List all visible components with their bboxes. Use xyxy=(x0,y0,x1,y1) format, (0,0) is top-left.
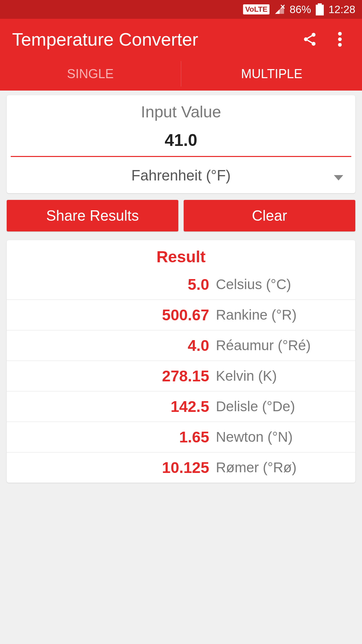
input-card: Input Value 41.0 Fahrenheit (°F) xyxy=(7,95,355,193)
clock: 12:28 xyxy=(328,3,355,16)
tab-multiple[interactable]: MULTIPLE xyxy=(181,57,362,91)
chevron-down-icon xyxy=(334,167,343,184)
svg-rect-2 xyxy=(318,3,322,5)
svg-rect-3 xyxy=(316,5,324,15)
svg-point-4 xyxy=(312,33,316,37)
unit-select[interactable]: Fahrenheit (°F) xyxy=(11,164,351,186)
result-row: 5.0 Celsius (°C) xyxy=(7,269,355,300)
svg-point-9 xyxy=(338,32,342,36)
status-bar: VoLTE 86% 12:28 xyxy=(0,0,362,19)
result-header: Result xyxy=(7,248,355,266)
result-value: 5.0 xyxy=(7,275,216,293)
svg-point-5 xyxy=(304,37,308,41)
share-results-button[interactable]: Share Results xyxy=(7,200,178,231)
result-row: 278.15 Kelvin (K) xyxy=(7,361,355,391)
result-row: 1.65 Newton (°N) xyxy=(7,422,355,452)
svg-point-11 xyxy=(338,43,342,47)
result-row: 4.0 Réaumur (°Ré) xyxy=(7,330,355,361)
tab-single[interactable]: SINGLE xyxy=(0,57,181,91)
result-unit: Delisle (°De) xyxy=(216,398,355,415)
more-icon[interactable] xyxy=(330,29,350,49)
battery-icon xyxy=(316,3,324,15)
clear-button[interactable]: Clear xyxy=(184,200,355,231)
volte-badge: VoLTE xyxy=(243,4,269,14)
input-value-field[interactable]: 41.0 xyxy=(11,130,351,157)
result-value: 10.125 xyxy=(7,459,216,477)
result-row: 142.5 Delisle (°De) xyxy=(7,391,355,422)
svg-point-6 xyxy=(312,42,316,46)
result-card: Result 5.0 Celsius (°C) 500.67 Rankine (… xyxy=(7,240,355,483)
svg-point-10 xyxy=(338,38,342,41)
result-value: 278.15 xyxy=(7,367,216,385)
share-icon[interactable] xyxy=(300,29,320,49)
result-value: 142.5 xyxy=(7,397,216,416)
result-value: 4.0 xyxy=(7,336,216,355)
result-value: 500.67 xyxy=(7,306,216,324)
result-unit: Rømer (°Rø) xyxy=(216,460,355,476)
action-row: Share Results Clear xyxy=(7,200,355,231)
app-bar: Temperature Converter xyxy=(0,19,362,57)
result-row: 10.125 Rømer (°Rø) xyxy=(7,452,355,483)
tabs: SINGLE MULTIPLE xyxy=(0,57,362,91)
result-unit: Rankine (°R) xyxy=(216,307,355,323)
unit-select-text: Fahrenheit (°F) xyxy=(131,167,231,184)
battery-percent: 86% xyxy=(290,3,311,16)
input-label: Input Value xyxy=(11,103,351,121)
svg-line-8 xyxy=(307,40,312,43)
result-unit: Kelvin (K) xyxy=(216,368,355,384)
signal-icon xyxy=(274,4,285,15)
result-unit: Newton (°N) xyxy=(216,429,355,445)
result-unit: Celsius (°C) xyxy=(216,276,355,292)
result-unit: Réaumur (°Ré) xyxy=(216,337,355,354)
app-title: Temperature Converter xyxy=(12,29,290,50)
svg-line-7 xyxy=(307,36,312,38)
content: Input Value 41.0 Fahrenheit (°F) Share R… xyxy=(0,91,362,487)
result-value: 1.65 xyxy=(7,428,216,446)
result-row: 500.67 Rankine (°R) xyxy=(7,300,355,330)
